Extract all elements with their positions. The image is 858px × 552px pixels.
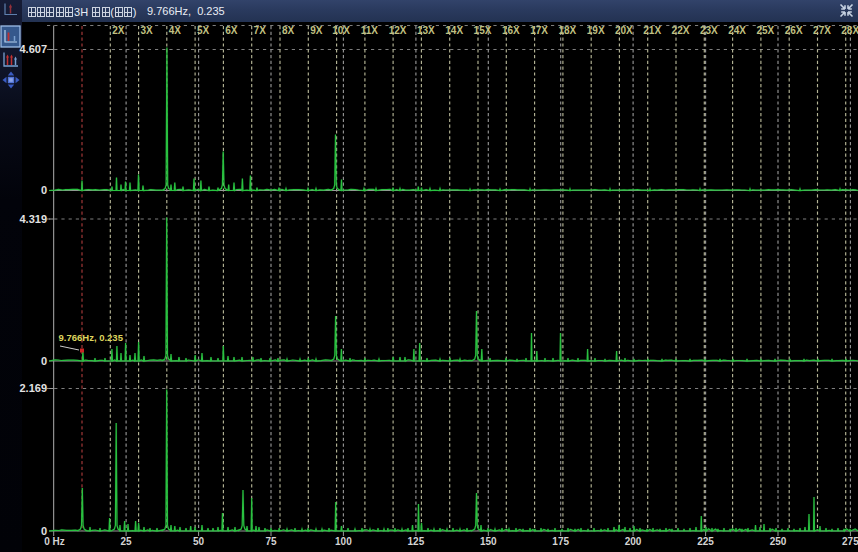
svg-text:15X: 15X [474, 25, 492, 36]
svg-text:18X: 18X [559, 25, 577, 36]
svg-text:4X: 4X [169, 25, 182, 36]
svg-text:4.607: 4.607 [19, 43, 47, 55]
svg-text:2X: 2X [112, 25, 125, 36]
svg-text:75: 75 [265, 536, 277, 547]
svg-text:150: 150 [480, 536, 497, 547]
svg-text:125: 125 [408, 536, 425, 547]
svg-text:9.766Hz, 0.235: 9.766Hz, 0.235 [59, 332, 124, 343]
svg-text:26X: 26X [785, 25, 803, 36]
svg-text:20X: 20X [615, 25, 633, 36]
svg-text:24X: 24X [728, 25, 746, 36]
svg-text:6X: 6X [225, 25, 238, 36]
svg-text:9X: 9X [310, 25, 323, 36]
svg-text:28X: 28X [841, 25, 858, 36]
svg-text:275: 275 [842, 536, 858, 547]
svg-text:50: 50 [193, 536, 205, 547]
svg-text:0 Hz: 0 Hz [44, 536, 65, 547]
svg-text:22X: 22X [672, 25, 690, 36]
svg-text:19X: 19X [587, 25, 605, 36]
svg-text:25: 25 [121, 536, 133, 547]
svg-text:21X: 21X [643, 25, 661, 36]
svg-text:16X: 16X [502, 25, 520, 36]
svg-text:23X: 23X [700, 25, 718, 36]
svg-text:4.319: 4.319 [19, 213, 47, 225]
svg-text:0: 0 [41, 355, 47, 367]
svg-text:175: 175 [552, 536, 569, 547]
svg-text:27X: 27X [813, 25, 831, 36]
svg-text:11X: 11X [361, 25, 379, 36]
svg-text:13X: 13X [417, 25, 435, 36]
svg-text:17X: 17X [530, 25, 548, 36]
svg-text:2.169: 2.169 [19, 382, 47, 394]
svg-text:100: 100 [335, 536, 352, 547]
svg-text:8X: 8X [282, 25, 295, 36]
svg-text:250: 250 [770, 536, 787, 547]
svg-text:5X: 5X [197, 25, 210, 36]
svg-text:25X: 25X [757, 25, 775, 36]
svg-text:225: 225 [697, 536, 714, 547]
svg-text:7X: 7X [254, 25, 267, 36]
svg-text:3X: 3X [140, 25, 153, 36]
svg-text:14X: 14X [445, 25, 463, 36]
svg-text:0: 0 [41, 184, 47, 196]
svg-text:12X: 12X [389, 25, 407, 36]
svg-text:200: 200 [625, 536, 642, 547]
svg-text:10X: 10X [332, 25, 350, 36]
